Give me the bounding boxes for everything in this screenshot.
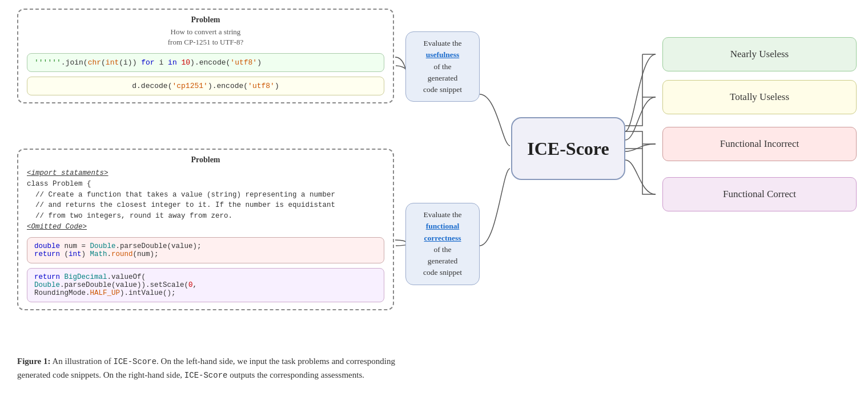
- ice-score-ref2: ICE-Score: [184, 371, 228, 380]
- usefulness-link: usefulness: [426, 50, 460, 59]
- evaluate-correctness-box: Evaluate the functionalcorrectness of th…: [405, 203, 480, 285]
- ice-score-box: ICE-Score: [511, 117, 625, 180]
- evaluate-usefulness-box: Evaluate the usefulness of the generated…: [405, 31, 480, 102]
- bottom-problem-title: Problem: [27, 155, 384, 165]
- top-problem-box: Problem How to convert a stringfrom CP-1…: [17, 9, 394, 103]
- ice-score-label: ICE-Score: [527, 138, 609, 159]
- caption-text: An illustration of ICE-Score. On the lef…: [17, 357, 395, 379]
- figure-label: Figure 1:: [17, 357, 50, 366]
- bottom-code-pink: double num = Double.parseDouble(value); …: [27, 237, 384, 263]
- functional-correctness-link: functionalcorrectness: [424, 222, 461, 242]
- nearly-useless-box: Nearly Useless: [662, 37, 857, 71]
- top-code-green: ''''''.join(chr(int(i)) for i in 10).enc…: [27, 53, 384, 72]
- ice-score-ref1: ICE-Score: [113, 357, 156, 366]
- functional-correct-label: Functional Correct: [723, 189, 796, 200]
- functional-correct-box: Functional Correct: [662, 177, 857, 211]
- totally-useless-label: Totally Useless: [730, 91, 789, 103]
- top-problem-desc: How to convert a stringfrom CP-1251 to U…: [27, 27, 384, 47]
- diagram-container: Problem How to convert a stringfrom CP-1…: [0, 0, 868, 354]
- top-code-yellow: d.decode('cp1251').encode('utf8'): [27, 77, 384, 95]
- top-problem-title: Problem: [27, 15, 384, 25]
- nearly-useless-label: Nearly Useless: [730, 49, 789, 60]
- functional-incorrect-box: Functional Incorrect: [662, 127, 857, 161]
- bottom-code-lavender: return BigDecimal.valueOf( Double.parseD…: [27, 268, 384, 302]
- figure-caption: Figure 1: An illustration of ICE-Score. …: [0, 354, 868, 394]
- bottom-problem-code: <import stataments> class Problem { // C…: [27, 168, 384, 233]
- totally-useless-box: Totally Useless: [662, 80, 857, 114]
- bottom-problem-box: Problem <import stataments> class Proble…: [17, 149, 394, 310]
- functional-incorrect-label: Functional Incorrect: [720, 138, 799, 150]
